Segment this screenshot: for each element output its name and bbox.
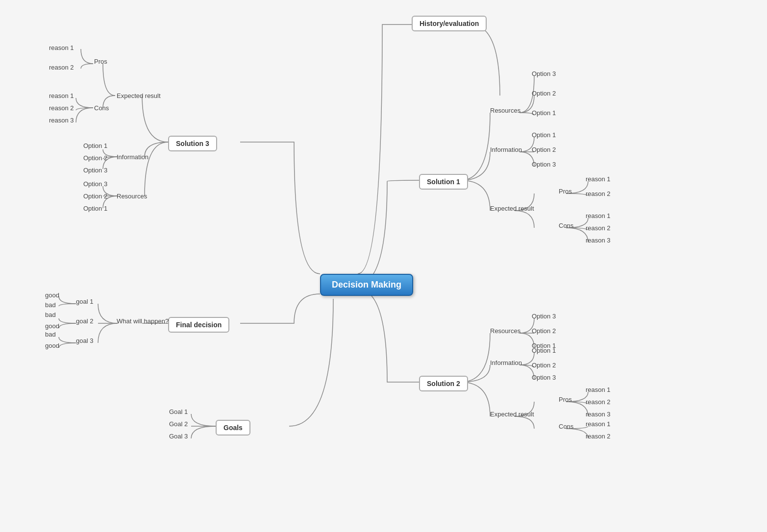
s1-pros: Pros: [559, 188, 572, 195]
s1-res-opt1: Option 1: [532, 109, 556, 117]
goals-label: Goals: [216, 420, 250, 435]
what-will-happen: What will happen?: [117, 317, 169, 325]
s3-cons-r2: reason 2: [49, 104, 74, 112]
s2-pros: Pros: [559, 396, 572, 403]
solution3-node: Solution 3: [168, 136, 217, 151]
history-eval-node: History/evaluation: [412, 16, 487, 31]
s1-cons: Cons: [559, 222, 573, 229]
goal3-bad: bad: [45, 331, 56, 338]
s2-res-opt2: Option 2: [532, 327, 556, 335]
s1-cons-r3: reason 3: [586, 237, 611, 244]
s1-information: Information: [490, 146, 522, 153]
s2-resources: Resources: [490, 327, 520, 335]
solution2-label: Solution 2: [419, 376, 468, 391]
s1-cons-r1: reason 1: [586, 212, 611, 219]
s1-expected-result: Expected result: [490, 205, 534, 212]
s2-information: Information: [490, 359, 522, 366]
s1-res-opt3: Option 3: [532, 70, 556, 77]
s2-cons-r2: reason 2: [586, 433, 611, 440]
solution3-label: Solution 3: [168, 136, 217, 151]
s1-cons-r2: reason 2: [586, 224, 611, 232]
s3-info-opt1: Option 1: [83, 142, 107, 149]
s3-pros-r1: reason 1: [49, 44, 74, 51]
goal-2: Goal 2: [169, 420, 188, 428]
s3-expected-result: Expected result: [117, 92, 161, 99]
s2-pros-r2: reason 2: [586, 398, 611, 406]
s3-pros: Pros: [94, 58, 107, 65]
s1-resources: Resources: [490, 107, 520, 114]
final-decision-node: Final decision: [168, 317, 229, 333]
center-node: Decision Making: [320, 274, 413, 296]
goal2: goal 2: [76, 317, 93, 325]
solution1-label: Solution 1: [419, 174, 468, 190]
s1-info-opt1: Option 1: [532, 131, 556, 139]
s3-res-opt2: Option 2: [83, 193, 107, 200]
s3-cons-r3: reason 3: [49, 117, 74, 124]
s2-pros-r1: reason 1: [586, 386, 611, 393]
goal3: goal 3: [76, 337, 93, 344]
s1-info-opt2: Option 2: [532, 146, 556, 153]
goals-node: Goals: [216, 420, 250, 435]
goal-3: Goal 3: [169, 433, 188, 440]
s1-pros-r2: reason 2: [586, 190, 611, 197]
s2-res-opt3: Option 3: [532, 313, 556, 320]
s2-cons-r1: reason 1: [586, 420, 611, 428]
s3-info-opt2: Option 2: [83, 154, 107, 162]
goal1-good: good: [45, 291, 59, 299]
s3-res-opt3: Option 1: [83, 205, 107, 212]
goal1: goal 1: [76, 298, 93, 305]
history-eval-label: History/evaluation: [412, 16, 487, 31]
s2-info-opt3: Option 3: [532, 374, 556, 381]
goal2-bad: bad: [45, 311, 56, 318]
solution1-node: Solution 1: [419, 174, 468, 190]
s1-info-opt3: Option 3: [532, 161, 556, 168]
s3-res-opt1: Option 3: [83, 180, 107, 188]
s3-cons-r1: reason 1: [49, 92, 74, 99]
goal3-good: good: [45, 342, 59, 349]
s3-cons: Cons: [94, 104, 109, 112]
center-label: Decision Making: [320, 274, 413, 296]
final-decision-label: Final decision: [168, 317, 229, 333]
goal2-good: good: [45, 322, 59, 330]
s2-cons: Cons: [559, 423, 573, 430]
goal1-bad: bad: [45, 301, 56, 309]
s3-resources: Resources: [117, 193, 147, 200]
s1-res-opt2: Option 2: [532, 90, 556, 97]
solution2-node: Solution 2: [419, 376, 468, 391]
goal-1: Goal 1: [169, 408, 188, 415]
s3-info-opt3: Option 3: [83, 167, 107, 174]
s3-information: Information: [117, 153, 148, 161]
s2-pros-r3: reason 3: [586, 411, 611, 418]
s1-pros-r1: reason 1: [586, 175, 611, 183]
s3-pros-r2: reason 2: [49, 64, 74, 71]
s2-expected-result: Expected result: [490, 411, 534, 418]
s2-info-opt1: Option 1: [532, 347, 556, 354]
s2-info-opt2: Option 2: [532, 362, 556, 369]
